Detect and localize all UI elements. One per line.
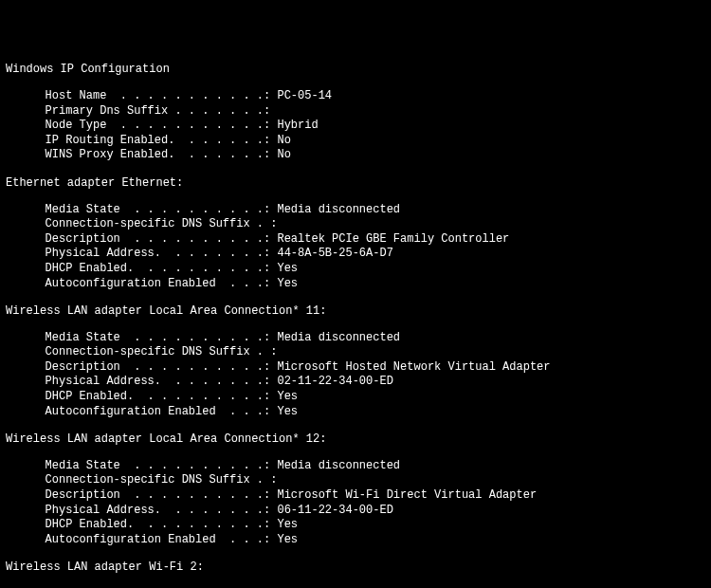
config-row: Description . . . . . . . . . .: Microso… <box>6 488 705 504</box>
row-value: 06-11-22-34-00-ED <box>277 504 392 517</box>
config-row: DHCP Enabled. . . . . . . . . .: Yes <box>6 518 705 533</box>
row-value: Media disconnected <box>277 203 400 216</box>
adapter-header: Wireless LAN adapter Local Area Connecti… <box>6 432 705 448</box>
adapter-header: Wireless LAN adapter Local Area Connecti… <box>6 304 705 320</box>
config-row: DHCP Enabled. . . . . . . . . .: Yes <box>6 262 705 277</box>
config-row: Media State . . . . . . . . . .: Media d… <box>6 331 705 346</box>
adapter-header: Ethernet adapter Ethernet: <box>6 176 705 192</box>
row-value: Hybrid <box>277 119 318 132</box>
config-row: Host Name . . . . . . . . . . .: PC-05-1… <box>6 89 705 104</box>
ipconfig-output: Windows IP Configuration Host Name . . .… <box>6 63 705 588</box>
config-row: WINS Proxy Enabled. . . . . . .: No <box>6 148 705 163</box>
config-row: Connection-specific DNS Suffix . : <box>6 217 705 232</box>
config-row: IP Routing Enabled. . . . . . .: No <box>6 134 705 149</box>
config-row: Physical Address. . . . . . . .: 44-8A-5… <box>6 247 705 262</box>
row-value: Realtek PCIe GBE Family Controller <box>277 232 509 246</box>
row-value: Yes <box>277 390 298 403</box>
row-value: Yes <box>277 533 298 546</box>
section-title: Windows IP Configuration <box>6 63 705 78</box>
config-row: Primary Dns Suffix . . . . . . .: <box>6 104 705 119</box>
config-row: Autoconfiguration Enabled . . .: Yes <box>6 277 705 292</box>
row-value: Yes <box>277 277 298 290</box>
config-row: Description . . . . . . . . . .: Microso… <box>6 360 705 376</box>
config-row: Media State . . . . . . . . . .: Media d… <box>6 203 705 218</box>
row-value: Media disconnected <box>277 331 400 344</box>
row-value: 44-8A-5B-25-6A-D7 <box>277 247 392 260</box>
config-row: DHCP Enabled. . . . . . . . . .: Yes <box>6 390 705 405</box>
config-row: Autoconfiguration Enabled . . .: Yes <box>6 405 705 420</box>
row-value: Media disconnected <box>277 459 400 472</box>
row-value: Yes <box>277 262 298 275</box>
config-row: Physical Address. . . . . . . .: 06-11-2… <box>6 504 705 519</box>
row-value: Microsoft Wi-Fi Direct Virtual Adapter <box>277 488 537 502</box>
config-row: Media State . . . . . . . . . .: Media d… <box>6 459 705 474</box>
row-value: PC-05-14 <box>277 89 332 102</box>
config-row: Physical Address. . . . . . . .: 02-11-2… <box>6 375 705 390</box>
row-value: Yes <box>277 405 298 418</box>
row-value: No <box>277 134 290 147</box>
row-value: Microsoft Hosted Network Virtual Adapter <box>277 360 550 374</box>
row-value: Yes <box>277 518 298 531</box>
row-value: 02-11-22-34-00-ED <box>277 375 392 388</box>
config-row: Connection-specific DNS Suffix . : <box>6 345 705 360</box>
config-row: Connection-specific DNS Suffix . : <box>6 473 705 488</box>
row-value: No <box>277 148 290 161</box>
adapter-header: Wireless LAN adapter Wi-Fi 2: <box>6 560 705 576</box>
config-row: Description . . . . . . . . . .: Realtek… <box>6 232 705 248</box>
config-row: Autoconfiguration Enabled . . .: Yes <box>6 533 705 548</box>
config-row: Node Type . . . . . . . . . . .: Hybrid <box>6 119 705 134</box>
